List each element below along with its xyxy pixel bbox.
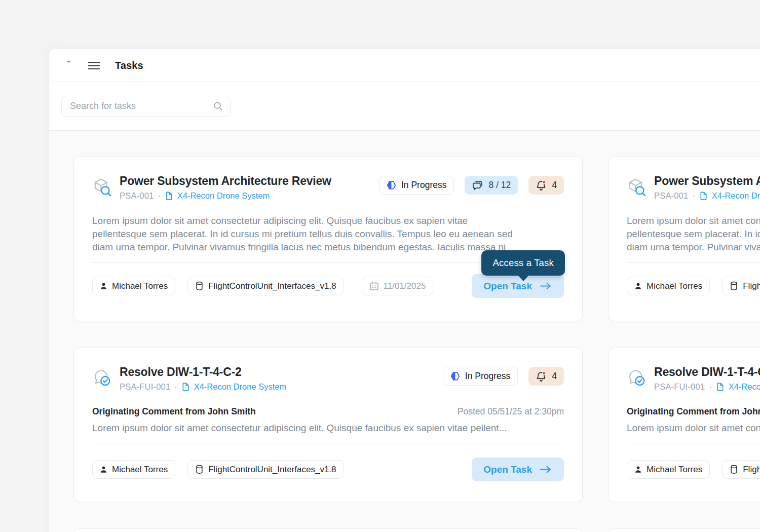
person-icon bbox=[100, 466, 107, 474]
task-title: Resolve DIW-1-T-4-C-2 bbox=[120, 365, 286, 379]
document-icon bbox=[165, 192, 173, 200]
calendar-icon bbox=[369, 281, 379, 291]
comments-badge[interactable]: 8 / 12 bbox=[465, 176, 518, 195]
notifications-badge[interactable]: 4 bbox=[528, 176, 564, 195]
project-link[interactable]: X4-Recon Drone System bbox=[194, 382, 287, 392]
task-id: PSA-001 bbox=[120, 191, 154, 201]
access-task-tooltip: Access a Task bbox=[481, 250, 565, 276]
comment-check-icon bbox=[627, 368, 647, 389]
project-link[interactable]: X4-Recon Drone System bbox=[712, 191, 760, 201]
dot-separator: · bbox=[692, 192, 695, 201]
task-card: Resolve DIW-1-T-4-C-2 PSA-FUI-001 · X4-R… bbox=[73, 348, 583, 502]
task-card-partial bbox=[73, 528, 583, 532]
comment-check-icon bbox=[92, 368, 112, 389]
file-chip: FlightControlUnit_Interfaces_v1.8 bbox=[722, 277, 760, 295]
task-title: Power Subsystem Architecture Review bbox=[654, 174, 760, 188]
top-bar: Tasks bbox=[49, 49, 760, 82]
database-icon bbox=[730, 281, 738, 291]
person-icon bbox=[634, 466, 642, 474]
bell-icon bbox=[536, 371, 547, 382]
task-card: Power Subsystem Architecture Review PSA-… bbox=[73, 157, 583, 321]
file-chip: FlightControlUnit_Interfaces_v1.8 bbox=[187, 460, 344, 479]
assignee-chip: Michael Torres bbox=[92, 460, 175, 479]
task-board: Power Subsystem Architecture Review PSA-… bbox=[49, 131, 760, 532]
comment-preview: Lorem ipsum dolor sit amet consectetur a… bbox=[627, 422, 760, 435]
assignee-chip: Michael Torres bbox=[627, 460, 710, 479]
database-icon bbox=[195, 281, 204, 291]
person-icon bbox=[100, 282, 107, 290]
half-hexagon-status-icon bbox=[450, 371, 460, 381]
date-chip: 11/01/2025 bbox=[362, 277, 434, 295]
arrow-right-icon bbox=[540, 282, 552, 290]
dot-separator: · bbox=[709, 383, 711, 392]
task-card: Power Subsystem Architecture Review PSA-… bbox=[608, 157, 760, 321]
document-icon bbox=[716, 383, 725, 391]
comment-origin-label: Originating Comment from John Smith bbox=[627, 406, 760, 417]
assignee-chip: Michael Torres bbox=[92, 277, 175, 295]
posted-timestamp: Posted 05/51/25 at 2:30pm bbox=[458, 406, 564, 417]
person-icon bbox=[634, 282, 642, 290]
open-task-button[interactable]: Open Task bbox=[472, 458, 564, 481]
assignee-chip: Michael Torres bbox=[627, 277, 710, 295]
app-logo-clipboard-check-icon bbox=[60, 57, 77, 74]
search-row bbox=[49, 82, 760, 130]
dot-separator: · bbox=[174, 383, 177, 392]
task-id: PSA-FUI-001 bbox=[654, 382, 705, 392]
file-chip: FlightControlUnit_Interfaces_v1.8 bbox=[187, 277, 344, 295]
task-card-partial bbox=[608, 528, 760, 532]
arrow-right-icon bbox=[540, 465, 552, 474]
search-icon bbox=[213, 101, 223, 111]
database-icon bbox=[730, 465, 738, 474]
status-badge: In Progress bbox=[443, 367, 518, 386]
app-panel: Tasks Power Subsystem Architecture Revie… bbox=[49, 49, 760, 532]
task-card: Resolve DIW-1-T-4-C-2 PSA-FUI-001 · X4-R… bbox=[608, 348, 760, 502]
search-input[interactable] bbox=[70, 101, 213, 111]
chat-bubbles-icon bbox=[472, 179, 483, 191]
document-icon bbox=[699, 192, 708, 200]
project-link[interactable]: X4-Recon Drone System bbox=[729, 382, 760, 392]
document-icon bbox=[181, 383, 190, 391]
half-hexagon-status-icon bbox=[387, 180, 396, 190]
database-icon bbox=[195, 465, 204, 474]
page-title: Tasks bbox=[115, 60, 143, 71]
hamburger-menu-icon[interactable] bbox=[84, 55, 104, 75]
search-box[interactable] bbox=[61, 96, 231, 117]
comment-author: John Smith bbox=[208, 406, 256, 416]
task-title: Power Subsystem Architecture Review bbox=[120, 174, 331, 188]
card-divider bbox=[627, 444, 760, 444]
task-id: PSA-001 bbox=[654, 191, 688, 201]
task-id: PSA-FUI-001 bbox=[120, 382, 170, 392]
file-chip: FlightControlUnit_Interfaces_v1.8 bbox=[722, 460, 760, 479]
status-badge: In Progress bbox=[379, 176, 454, 195]
task-description: Lorem ipsum dolor sit amet consectetur a… bbox=[627, 214, 760, 254]
comment-author: John Smith bbox=[742, 406, 760, 416]
bell-icon bbox=[536, 180, 547, 191]
card-divider bbox=[627, 262, 760, 263]
comment-origin-label: Originating Comment from John Smith bbox=[92, 406, 256, 417]
card-divider bbox=[92, 444, 564, 444]
notifications-badge[interactable]: 4 bbox=[528, 367, 564, 386]
comment-preview: Lorem ipsum dolor sit amet consectetur a… bbox=[92, 422, 564, 435]
task-title: Resolve DIW-1-T-4-C-2 bbox=[654, 365, 760, 379]
cube-search-icon bbox=[92, 177, 112, 198]
dot-separator: · bbox=[158, 192, 160, 201]
project-link[interactable]: X4-Recon Drone System bbox=[177, 191, 270, 201]
task-description: Lorem ipsum dolor sit amet consectetur a… bbox=[92, 214, 564, 254]
cube-search-icon bbox=[627, 177, 647, 198]
